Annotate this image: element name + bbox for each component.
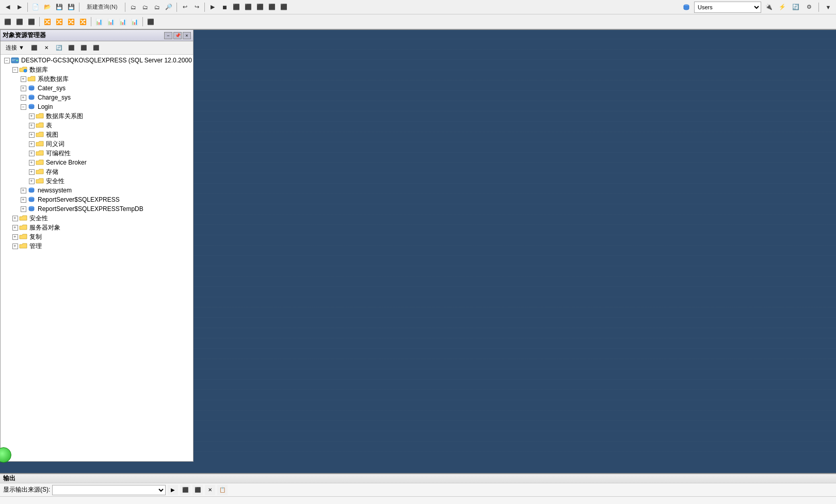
expander-storage[interactable] <box>27 168 36 176</box>
tree-item-reportserver[interactable]: ReportServer$SQLEXPRESS <box>1 195 193 204</box>
t2b5[interactable]: 🔀 <box>54 16 65 27</box>
expander-tables[interactable] <box>27 121 36 129</box>
oe-btn5[interactable]: ⬛ <box>78 43 89 53</box>
redo-btn[interactable]: ↪ <box>191 2 202 13</box>
open-btn[interactable]: 📂 <box>42 2 53 13</box>
tree-item-prog[interactable]: 可编程性 <box>1 149 193 158</box>
output-source-label: 显示输出来源(S): <box>3 485 50 494</box>
tree-item-server-objects[interactable]: 服务器对象 <box>1 223 193 232</box>
t2b4[interactable]: 🔀 <box>42 16 53 27</box>
expander-synonyms[interactable] <box>27 140 36 148</box>
expander-security-root[interactable] <box>11 214 19 222</box>
tree-item-tables[interactable]: 表 <box>1 121 193 130</box>
tree-item-security-root[interactable]: 安全性 <box>1 214 193 223</box>
tree-item-reportservertemp[interactable]: ReportServer$SQLEXPRESSTempDB <box>1 204 193 214</box>
oe-btn3[interactable]: 🔄 <box>53 43 65 53</box>
undo-btn[interactable]: ↩ <box>179 2 190 13</box>
tree-view[interactable]: DESKTOP-GCS3QKO\SQLEXPRESS (SQL Server 1… <box>1 55 193 461</box>
forward-btn[interactable]: ▶ <box>14 2 25 13</box>
step-btn[interactable]: ⬛ <box>231 2 242 13</box>
oe-btn2[interactable]: ✕ <box>41 43 52 53</box>
btn2[interactable]: 🗂 <box>139 2 151 13</box>
output-source-select[interactable] <box>52 485 166 495</box>
expander-server-objects[interactable] <box>11 223 19 232</box>
expander-reportserver[interactable] <box>19 196 27 204</box>
expander-replication[interactable] <box>11 233 19 241</box>
t2b6[interactable]: 🔀 <box>66 16 77 27</box>
new-file-btn[interactable]: 📄 <box>30 2 41 13</box>
t2b3[interactable]: ⬛ <box>26 16 37 27</box>
main-toolbars: ◀ ▶ 📄 📂 💾 💾 新建查询(N) 🗂 🗂 🗂 🔎 ↩ ↪ ▶ ⏹ ⬛ ⬛ … <box>0 0 836 30</box>
save-btn[interactable]: 💾 <box>54 2 65 13</box>
expander-login[interactable] <box>19 103 27 111</box>
tree-item-diagrams[interactable]: 数据库关系图 <box>1 111 193 121</box>
expander-views[interactable] <box>27 131 36 139</box>
btn3[interactable]: 🗂 <box>151 2 163 13</box>
tree-item-replication[interactable]: 复制 <box>1 232 193 241</box>
tree-item-sysdb[interactable]: 系统数据库 <box>1 74 193 84</box>
output-btn5[interactable]: 📋 <box>217 485 228 495</box>
expander-prog[interactable] <box>27 149 36 157</box>
t2b11[interactable]: 📊 <box>129 16 140 27</box>
connect-btn[interactable]: 连接 ▼ <box>3 43 27 53</box>
expander-security-login[interactable] <box>27 177 36 185</box>
tree-item-newssystem[interactable]: newssystem <box>1 186 193 195</box>
stop-btn[interactable]: ⏹ <box>219 2 230 13</box>
expander-management[interactable] <box>11 242 19 250</box>
output-btn1[interactable]: ▶ <box>168 485 178 495</box>
tree-item-storage[interactable]: 存储 <box>1 167 193 176</box>
oe-btn1[interactable]: ⬛ <box>28 43 40 53</box>
step4-btn[interactable]: ⬛ <box>266 2 278 13</box>
expander-newssystem[interactable] <box>19 186 27 194</box>
step5-btn[interactable]: ⬛ <box>278 2 290 13</box>
t2b9[interactable]: 📊 <box>105 16 117 27</box>
tree-item-server[interactable]: DESKTOP-GCS3QKO\SQLEXPRESS (SQL Server 1… <box>1 56 193 65</box>
users-dropdown[interactable]: Users <box>694 2 761 13</box>
output-btn4[interactable]: ✕ <box>205 485 215 495</box>
output-btn2[interactable]: ⬛ <box>180 485 190 495</box>
tree-item-charge[interactable]: Charge_sys <box>1 93 193 102</box>
t2b7[interactable]: 🔀 <box>77 16 89 27</box>
panel-close-btn[interactable]: × <box>183 32 191 39</box>
expander-databases[interactable] <box>11 66 19 74</box>
oe-btn6[interactable]: ⬛ <box>90 43 102 53</box>
t2b1[interactable]: ⬛ <box>2 16 13 27</box>
new-query-btn[interactable]: 新建查询(N) <box>82 2 123 13</box>
expander-server[interactable] <box>3 56 11 64</box>
t2b2[interactable]: ⬛ <box>14 16 25 27</box>
t2b12[interactable]: ⬛ <box>145 16 156 27</box>
expander-charge[interactable] <box>19 93 27 102</box>
t2b10[interactable]: 📊 <box>117 16 128 27</box>
btn1[interactable]: 🗂 <box>127 2 139 13</box>
panel-pin-btn[interactable]: 📌 <box>173 32 182 39</box>
connect-btn2[interactable]: 🔌 <box>763 2 775 13</box>
tree-item-views[interactable]: 视图 <box>1 130 193 139</box>
tree-item-security-login[interactable]: 安全性 <box>1 176 193 186</box>
tree-item-synonyms[interactable]: 同义词 <box>1 139 193 149</box>
expander-cater[interactable] <box>19 84 27 92</box>
output-btn3[interactable]: ⬛ <box>192 485 203 495</box>
debug-btn[interactable]: ▶ <box>207 2 218 13</box>
expander-reportservertemp[interactable] <box>19 205 27 213</box>
save-all-btn[interactable]: 💾 <box>66 2 77 13</box>
expander-service-broker[interactable] <box>27 158 36 167</box>
panel-minimize-btn[interactable]: − <box>164 32 172 39</box>
tree-item-cater[interactable]: Cater_sys <box>1 84 193 93</box>
disconnect-btn[interactable]: ⚡ <box>777 2 788 13</box>
settings-btn[interactable]: ⚙ <box>803 2 815 13</box>
more-btn[interactable]: ▼ <box>823 2 834 13</box>
btn4[interactable]: 🔎 <box>163 2 174 13</box>
change-conn-btn[interactable]: 🔄 <box>790 2 801 13</box>
tree-item-login[interactable]: Login <box>1 102 193 111</box>
tree-item-management[interactable]: 管理 <box>1 241 193 251</box>
step3-btn[interactable]: ⬛ <box>254 2 266 13</box>
t2b8[interactable]: 📊 <box>93 16 105 27</box>
step2-btn[interactable]: ⬛ <box>243 2 254 13</box>
back-btn[interactable]: ◀ <box>2 2 13 13</box>
folder-security-root-icon <box>19 214 27 222</box>
expander-sysdb[interactable] <box>19 75 27 83</box>
tree-item-service-broker[interactable]: Service Broker <box>1 158 193 167</box>
oe-btn4[interactable]: ⬛ <box>66 43 77 53</box>
tree-item-databases[interactable]: 数据库 <box>1 65 193 74</box>
expander-diagrams[interactable] <box>27 112 36 120</box>
